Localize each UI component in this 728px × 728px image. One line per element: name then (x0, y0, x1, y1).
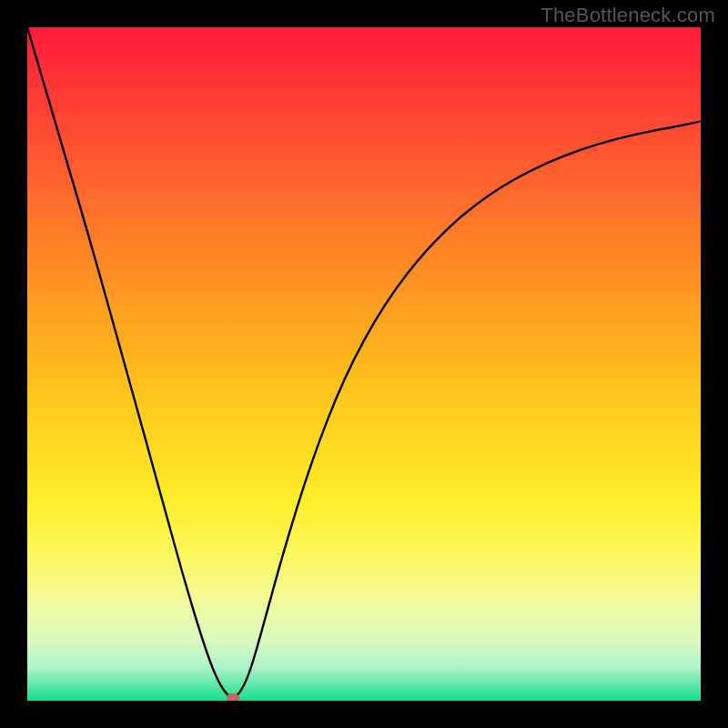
chart-frame: TheBottleneck.com (0, 0, 728, 728)
curve-svg (27, 27, 701, 701)
optimal-point-marker (227, 693, 239, 701)
watermark-text: TheBottleneck.com (541, 4, 715, 27)
bottleneck-curve (27, 27, 701, 697)
plot-area (27, 27, 701, 701)
